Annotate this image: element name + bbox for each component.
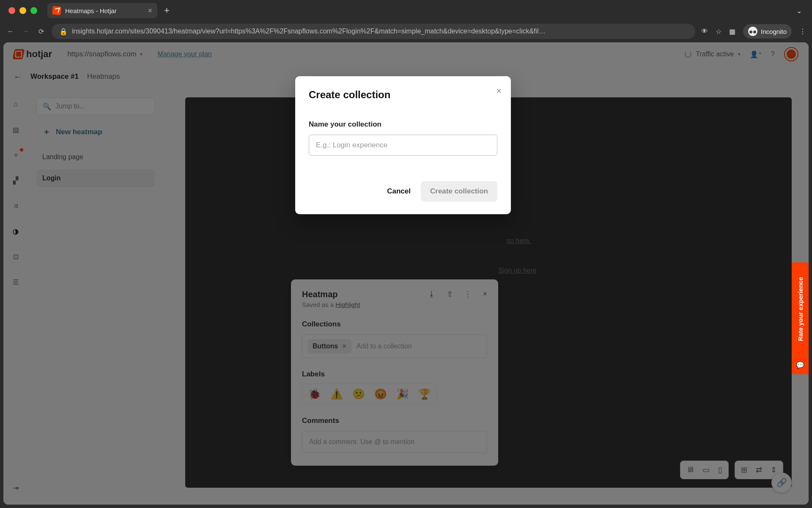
- extensions-icon[interactable]: ▦: [729, 28, 735, 36]
- app-viewport: hotjar https://snapflows.com ▾ Manage yo…: [3, 42, 809, 505]
- star-icon[interactable]: ☆: [716, 28, 721, 36]
- feedback-bubble-icon[interactable]: 💬: [792, 356, 809, 374]
- window-zoom-icon[interactable]: [30, 7, 37, 14]
- kebab-menu-icon[interactable]: ⋮: [799, 28, 806, 36]
- modal-title: Create collection: [309, 89, 497, 101]
- new-tab-button[interactable]: +: [161, 5, 173, 16]
- tab-close-icon[interactable]: ×: [148, 6, 152, 15]
- url-field[interactable]: 🔒 insights.hotjar.com/sites/3090413/heat…: [52, 24, 695, 39]
- browser-chrome: Heatmaps - Hotjar × + ⌄ ← → ⟳ 🔒 insights…: [0, 0, 812, 41]
- nav-forward-icon: →: [21, 28, 30, 35]
- field-label: Name your collection: [309, 120, 497, 129]
- url-text: insights.hotjar.com/sites/3090413/heatma…: [72, 28, 546, 35]
- cancel-button[interactable]: Cancel: [387, 187, 411, 196]
- create-collection-modal: × Create collection Name your collection…: [295, 76, 511, 214]
- eye-off-icon[interactable]: 👁: [701, 28, 708, 35]
- lock-icon: 🔒: [59, 28, 68, 36]
- window-close-icon[interactable]: [8, 7, 15, 14]
- create-collection-button[interactable]: Create collection: [421, 181, 497, 202]
- incognito-icon: [748, 27, 757, 36]
- nav-reload-icon[interactable]: ⟳: [36, 28, 46, 36]
- window-controls[interactable]: [8, 7, 37, 14]
- browser-tab[interactable]: Heatmaps - Hotjar ×: [47, 3, 157, 18]
- incognito-label: Incognito: [761, 28, 787, 35]
- collection-name-input[interactable]: [309, 135, 497, 156]
- nav-back-icon[interactable]: ←: [6, 28, 15, 35]
- incognito-badge: Incognito: [743, 24, 792, 39]
- address-bar: ← → ⟳ 🔒 insights.hotjar.com/sites/309041…: [0, 21, 812, 41]
- window-minimize-icon[interactable]: [19, 7, 26, 14]
- tab-title: Heatmaps - Hotjar: [65, 7, 117, 14]
- rate-experience-tab[interactable]: Rate your experience: [792, 262, 809, 356]
- tab-bar: Heatmaps - Hotjar × + ⌄: [0, 0, 812, 21]
- modal-close-icon[interactable]: ×: [496, 86, 502, 97]
- chevron-down-icon[interactable]: ⌄: [796, 7, 802, 15]
- hotjar-favicon-icon: [52, 6, 61, 15]
